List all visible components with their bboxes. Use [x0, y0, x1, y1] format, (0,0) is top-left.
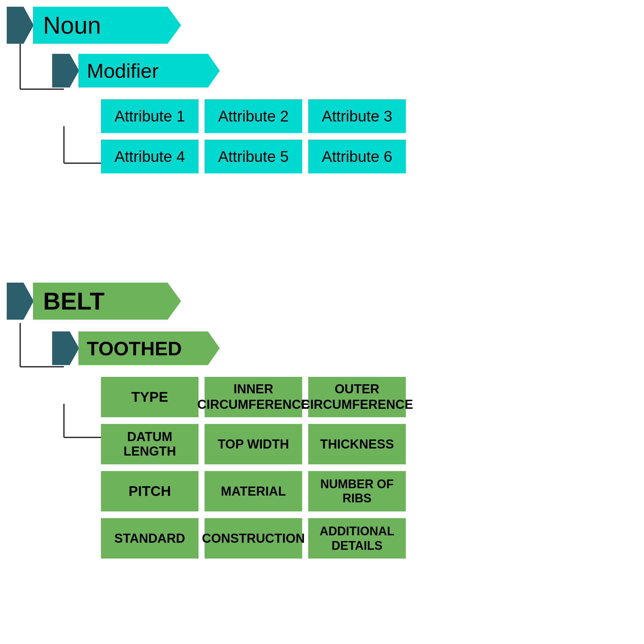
noun-label: Noun	[33, 7, 181, 44]
attr-1: Attribute 1	[101, 99, 199, 133]
attr-4: Attribute 4	[101, 140, 199, 173]
attr-type: TYPE	[101, 377, 199, 417]
attr-additional-details: ADDITIONAL DETAILS	[308, 518, 406, 559]
toothed-prefix-arrow	[52, 331, 79, 365]
attr-top-width: TOP WIDTH	[205, 424, 302, 464]
noun-prefix-arrow	[7, 7, 34, 44]
attr-2: Attribute 2	[205, 99, 302, 133]
modifier-prefix-arrow	[52, 54, 79, 87]
attr-6: Attribute 6	[308, 140, 406, 173]
attr-outer-circumference: OUTER CIRCUMFERENCE	[308, 377, 406, 417]
modifier-label: Modifier	[78, 54, 220, 87]
attr-thickness: THICKNESS	[308, 424, 406, 464]
belt-label: BELT	[33, 283, 181, 320]
attr-3: Attribute 3	[308, 99, 406, 133]
toothed-label: TOOTHED	[78, 331, 220, 365]
attr-datum-length: DATUM LENGTH	[101, 424, 199, 464]
attr-construction: CONSTRUCTION	[205, 518, 302, 559]
attr-pitch: PITCH	[101, 471, 199, 511]
attr-number-of-ribs: NUMBER OF RIBS	[308, 471, 406, 511]
attr-inner-circumference: INNER CIRCUMFERENCE	[205, 377, 302, 417]
attr-5: Attribute 5	[205, 140, 302, 173]
belt-prefix-arrow	[7, 283, 34, 320]
attr-material: MATERIAL	[205, 471, 302, 511]
attr-standard: STANDARD	[101, 518, 199, 559]
